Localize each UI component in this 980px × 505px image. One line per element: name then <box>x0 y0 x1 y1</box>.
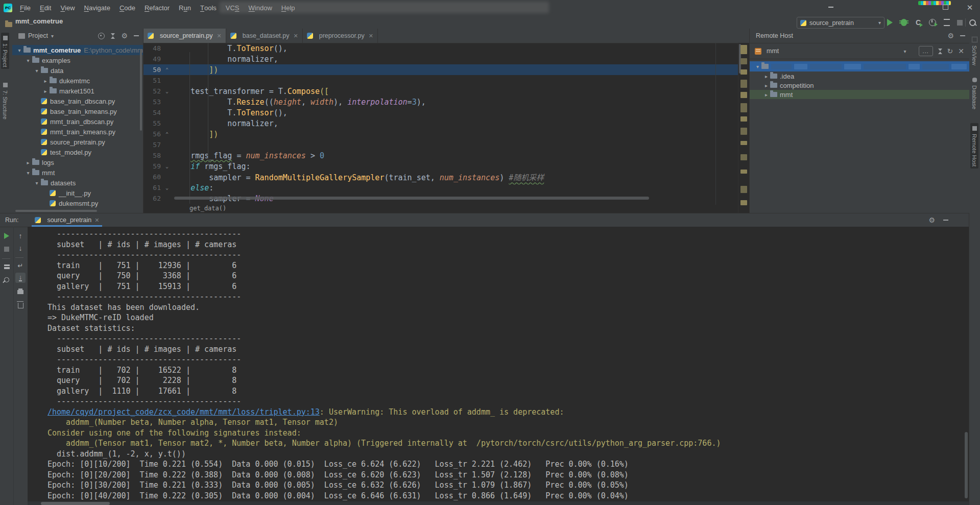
chevron-down-icon[interactable]: ▾ <box>51 33 54 39</box>
window-close-button[interactable]: ✕ <box>962 1 977 13</box>
tree-item-examples[interactable]: ▾examples <box>12 55 143 65</box>
menu-run[interactable]: Run <box>174 0 196 15</box>
tree-item-data[interactable]: ▾data <box>12 65 143 76</box>
chevron-collapsed-icon[interactable]: ▸ <box>762 83 770 88</box>
up-stack-trace-button[interactable]: ↑ <box>15 231 26 241</box>
project-tree-vscrollbar[interactable] <box>140 49 142 131</box>
close-icon[interactable]: ✕ <box>958 47 964 55</box>
tree-item-dukemtmc[interactable]: ▸dukemtmc <box>12 76 143 86</box>
menu-view[interactable]: View <box>56 0 79 15</box>
tree-item-logs[interactable]: ▸logs <box>12 157 143 167</box>
code-line-55[interactable]: 55 normalizer, <box>144 118 738 129</box>
console-file-link[interactable]: /home/cqyd/project_code/zcx_code/mmt/mmt… <box>47 407 320 417</box>
tab-preprocessor[interactable]: preprocessor.py ✕ <box>303 29 378 43</box>
code-line-58[interactable]: 58 rmgs_flag = num_instances > 0 <box>144 150 738 161</box>
tree-item-source-pretrain-py[interactable]: source_pretrain.py <box>12 137 143 147</box>
sidebar-tab-7-structure[interactable]: 7: Structure <box>1 80 9 122</box>
tab-base-dataset[interactable]: base_dataset.py ✕ <box>226 29 303 43</box>
search-everywhere-icon[interactable] <box>967 17 977 28</box>
scroll-to-end-button[interactable]: ↓ <box>15 273 26 283</box>
code-line-52[interactable]: 52⌄ test_transformer = T.Compose([ <box>144 86 738 97</box>
remote-tree-item-root[interactable]: ▾ <box>750 61 969 71</box>
chevron-collapsed-icon[interactable]: ▸ <box>41 88 50 94</box>
run-button[interactable] <box>885 17 895 28</box>
remote-tree-item-competition[interactable]: ▸competition <box>750 81 969 90</box>
chevron-expanded-icon[interactable]: ▾ <box>754 64 761 69</box>
chevron-collapsed-icon[interactable]: ▸ <box>762 74 770 79</box>
chevron-collapsed-icon[interactable]: ▸ <box>24 160 32 165</box>
code-line-59[interactable]: 59⌄ if rmgs_flag: <box>144 161 738 172</box>
menu-code[interactable]: Code <box>115 0 140 15</box>
chevron-expanded-icon[interactable]: ▾ <box>24 170 32 176</box>
chevron-expanded-icon[interactable]: ▾ <box>33 180 41 186</box>
tree-item-init-py[interactable]: __init__.py <box>12 188 143 198</box>
fold-marker-icon[interactable]: ⌄ <box>163 185 171 190</box>
project-panel-header[interactable]: Project ▾ ⚙ <box>12 29 143 43</box>
debug-button[interactable] <box>899 17 909 28</box>
tree-item-mmt-train-dbscan-py[interactable]: mmt_train_dbscan.py <box>12 116 143 127</box>
remote-tree-item-idea[interactable]: ▸.idea <box>750 71 969 81</box>
fold-marker-icon[interactable]: ⌃ <box>163 131 171 137</box>
close-icon[interactable]: ✕ <box>94 217 99 224</box>
code-line-61[interactable]: 61⌄ else: <box>144 182 738 193</box>
sidebar-tab-sciview[interactable]: SciView <box>970 34 978 67</box>
clear-all-button[interactable] <box>15 300 26 310</box>
console-output[interactable]: ----------------------------------------… <box>28 227 969 501</box>
console-hscrollbar-thumb[interactable] <box>41 502 110 505</box>
close-icon[interactable]: ✕ <box>294 33 298 39</box>
editor-hscrollbar[interactable] <box>174 197 649 200</box>
rerun-button[interactable] <box>2 231 12 241</box>
editor-error-stripe[interactable] <box>738 43 750 213</box>
code-line-56[interactable]: 56⌃ ]) <box>144 129 738 139</box>
remote-tree-item-mmt[interactable]: ▸mmt <box>750 90 969 99</box>
sidebar-tab-database[interactable]: Database <box>970 75 978 111</box>
sidebar-tab-1-project[interactable]: 1: Project <box>1 33 9 69</box>
console-hscrollbar[interactable] <box>28 501 969 505</box>
more-options-button[interactable]: ... <box>919 46 933 56</box>
window-minimize-button[interactable] <box>823 1 839 13</box>
close-icon[interactable]: ✕ <box>217 33 222 39</box>
tree-item-base-train-dbscan-py[interactable]: base_train_dbscan.py <box>12 96 143 106</box>
collapse-all-icon[interactable] <box>111 33 115 39</box>
project-tree-hscrollbar[interactable] <box>15 210 97 212</box>
fold-marker-icon[interactable]: ⌃ <box>163 67 171 73</box>
gear-icon[interactable]: ⚙ <box>121 32 128 39</box>
fold-marker-icon[interactable]: ⌄ <box>163 88 171 94</box>
soft-wrap-button[interactable]: ↵ <box>15 260 26 271</box>
stop-button[interactable] <box>954 17 965 28</box>
print-button[interactable] <box>15 287 26 297</box>
menu-refactor[interactable]: Refactor <box>140 0 174 15</box>
code-line-53[interactable]: 53 T.Resize((height, width), interpolati… <box>144 97 738 107</box>
tree-item-test-model-py[interactable]: test_model.py <box>12 147 143 157</box>
code-line-54[interactable]: 54 T.ToTensor(), <box>144 107 738 118</box>
hide-panel-icon[interactable] <box>960 35 965 36</box>
chevron-collapsed-icon[interactable]: ▸ <box>762 92 770 98</box>
window-maximize-button[interactable] <box>938 1 953 13</box>
chevron-collapsed-icon[interactable]: ▸ <box>41 78 50 84</box>
menu-navigate[interactable]: Navigate <box>80 0 115 15</box>
gear-icon[interactable]: ⚙ <box>947 32 954 39</box>
tree-item-dukemsmt-py[interactable]: dukemsmt.py <box>12 198 143 208</box>
menu-edit[interactable]: Edit <box>35 0 56 15</box>
run-tab-source-pretrain[interactable]: source_pretrain ✕ <box>32 213 102 227</box>
breadcrumb[interactable]: get_data() <box>144 205 738 213</box>
restore-layout-button[interactable] <box>2 261 12 272</box>
tree-item-mmt-train-kmeans-py[interactable]: mmt_train_kmeans.py <box>12 127 143 137</box>
code-line-60[interactable]: 60 sampler = RandomMultipleGallerySample… <box>144 172 738 182</box>
sidebar-tab-remote-host[interactable]: Remote Host <box>970 123 978 169</box>
code-line-57[interactable]: 57 <box>144 139 738 150</box>
hide-panel-icon[interactable] <box>943 220 948 221</box>
tree-item-mmt-cometrue[interactable]: ▾mmt_cometrueE:\python_code\mmt <box>12 45 143 55</box>
server-select[interactable]: mmt ▾ <box>767 47 914 55</box>
tab-source-pretrain[interactable]: source_pretrain.py ✕ <box>144 29 226 43</box>
close-icon[interactable]: ✕ <box>369 33 373 39</box>
code-line-51[interactable]: 51 <box>144 75 738 86</box>
stop-button[interactable] <box>2 244 12 254</box>
fold-marker-icon[interactable]: ⌄ <box>163 163 171 169</box>
code-line-49[interactable]: 49 normalizer, <box>144 54 738 64</box>
chevron-expanded-icon[interactable]: ▾ <box>15 47 23 53</box>
pin-button[interactable] <box>2 275 12 285</box>
collapse-all-icon[interactable] <box>938 49 942 54</box>
tree-item-base-train-kmeans-py[interactable]: base_train_kmeans.py <box>12 106 143 116</box>
menu-file[interactable]: File <box>15 0 35 15</box>
